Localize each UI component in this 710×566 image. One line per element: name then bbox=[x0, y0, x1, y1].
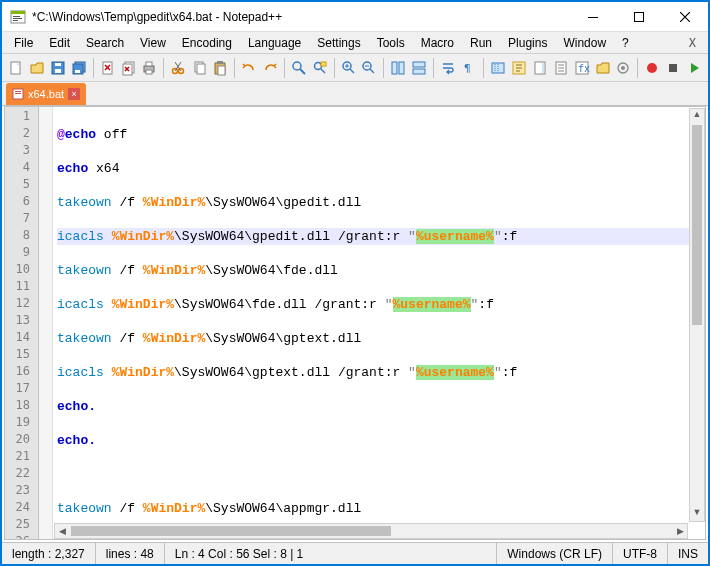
svg-rect-35 bbox=[413, 69, 425, 74]
scroll-thumb-h[interactable] bbox=[71, 526, 391, 536]
scroll-up-icon[interactable]: ▲ bbox=[690, 109, 704, 123]
folder-workspace-icon[interactable] bbox=[593, 57, 613, 79]
menu-tools[interactable]: Tools bbox=[369, 34, 413, 52]
print-icon[interactable] bbox=[140, 57, 160, 79]
minimize-button[interactable] bbox=[570, 2, 616, 31]
status-encoding[interactable]: UTF-8 bbox=[613, 543, 668, 564]
cut-icon[interactable] bbox=[168, 57, 188, 79]
sync-v-icon[interactable] bbox=[388, 57, 408, 79]
horizontal-scrollbar[interactable]: ◀ ▶ bbox=[54, 523, 688, 539]
doc-map-icon[interactable] bbox=[530, 57, 550, 79]
svg-rect-47 bbox=[669, 64, 677, 72]
line-number: 3 bbox=[5, 143, 38, 160]
user-lang-icon[interactable] bbox=[509, 57, 529, 79]
menu-run[interactable]: Run bbox=[462, 34, 500, 52]
svg-rect-18 bbox=[146, 62, 152, 66]
open-file-icon[interactable] bbox=[27, 57, 47, 79]
doc-list-icon[interactable] bbox=[551, 57, 571, 79]
find-icon[interactable] bbox=[289, 57, 309, 79]
save-all-icon[interactable] bbox=[69, 57, 89, 79]
vertical-scrollbar[interactable]: ▲ ▼ bbox=[689, 108, 705, 522]
status-position: Ln : 4 Col : 56 Sel : 8 | 1 bbox=[165, 543, 498, 564]
tab-close-icon[interactable]: × bbox=[68, 88, 80, 100]
tab-file-icon bbox=[12, 88, 24, 100]
monitoring-icon[interactable] bbox=[614, 57, 634, 79]
status-bar: length : 2,327 lines : 48 Ln : 4 Col : 5… bbox=[2, 542, 708, 564]
svg-point-27 bbox=[293, 62, 301, 70]
menu-view[interactable]: View bbox=[132, 34, 174, 52]
scroll-down-icon[interactable]: ▼ bbox=[690, 507, 704, 521]
line-number: 13 bbox=[5, 313, 38, 330]
zoom-in-icon[interactable] bbox=[339, 57, 359, 79]
menu-language[interactable]: Language bbox=[240, 34, 309, 52]
svg-point-45 bbox=[621, 66, 625, 70]
record-macro-icon[interactable] bbox=[642, 57, 662, 79]
function-list-icon[interactable]: fx bbox=[572, 57, 592, 79]
line-number: 8 bbox=[5, 228, 38, 245]
scroll-left-icon[interactable]: ◀ bbox=[55, 524, 69, 538]
line-number: 26 bbox=[5, 534, 38, 540]
menu-macro[interactable]: Macro bbox=[413, 34, 462, 52]
svg-text:fx: fx bbox=[578, 63, 590, 74]
menu-edit[interactable]: Edit bbox=[41, 34, 78, 52]
svg-rect-23 bbox=[197, 64, 205, 74]
indent-guide-icon[interactable] bbox=[488, 57, 508, 79]
sync-h-icon[interactable] bbox=[409, 57, 429, 79]
svg-rect-32 bbox=[392, 62, 397, 74]
line-number: 1 bbox=[5, 109, 38, 126]
zoom-out-icon[interactable] bbox=[360, 57, 380, 79]
svg-rect-19 bbox=[146, 70, 152, 74]
save-icon[interactable] bbox=[48, 57, 68, 79]
menu-file[interactable]: File bbox=[6, 34, 41, 52]
menu-encoding[interactable]: Encoding bbox=[174, 34, 240, 52]
svg-rect-4 bbox=[13, 20, 18, 21]
replace-icon[interactable] bbox=[310, 57, 330, 79]
svg-point-28 bbox=[314, 62, 321, 69]
undo-icon[interactable] bbox=[239, 57, 259, 79]
svg-rect-34 bbox=[413, 62, 425, 67]
line-number: 25 bbox=[5, 517, 38, 534]
code-area[interactable]: @echo off echo x64 takeown /f %WinDir%\S… bbox=[53, 107, 705, 539]
redo-icon[interactable] bbox=[260, 57, 280, 79]
svg-rect-29 bbox=[321, 62, 326, 66]
menu-window[interactable]: Window bbox=[555, 34, 614, 52]
maximize-button[interactable] bbox=[616, 2, 662, 31]
menu-plugins[interactable]: Plugins bbox=[500, 34, 555, 52]
status-eol[interactable]: Windows (CR LF) bbox=[497, 543, 613, 564]
app-icon bbox=[10, 9, 26, 25]
copy-icon[interactable] bbox=[189, 57, 209, 79]
line-number: 9 bbox=[5, 245, 38, 262]
svg-rect-50 bbox=[15, 93, 21, 94]
svg-rect-2 bbox=[13, 16, 20, 17]
scroll-right-icon[interactable]: ▶ bbox=[673, 524, 687, 538]
status-insert-mode[interactable]: INS bbox=[668, 543, 708, 564]
menu-settings[interactable]: Settings bbox=[309, 34, 368, 52]
line-number: 20 bbox=[5, 432, 38, 449]
new-file-icon[interactable] bbox=[6, 57, 26, 79]
menu-search[interactable]: Search bbox=[78, 34, 132, 52]
menu-help[interactable]: ? bbox=[614, 34, 637, 52]
close-button[interactable] bbox=[662, 2, 708, 31]
close-file-icon[interactable] bbox=[98, 57, 118, 79]
tab-active[interactable]: x64.bat × bbox=[6, 83, 86, 105]
wordwrap-icon[interactable] bbox=[438, 57, 458, 79]
play-macro-icon[interactable] bbox=[684, 57, 704, 79]
line-number: 7 bbox=[5, 211, 38, 228]
svg-rect-3 bbox=[13, 18, 22, 19]
line-number: 21 bbox=[5, 449, 38, 466]
line-number-gutter: 1 2 3 4 5 6 7 8 9 10 11 12 13 14 15 16 1… bbox=[5, 107, 39, 539]
scroll-thumb-v[interactable] bbox=[692, 125, 702, 325]
paste-icon[interactable] bbox=[210, 57, 230, 79]
line-number: 16 bbox=[5, 364, 38, 381]
window-title: *C:\Windows\Temp\gpedit\x64.bat - Notepa… bbox=[32, 10, 570, 24]
line-number: 6 bbox=[5, 194, 38, 211]
editor-area: 1 2 3 4 5 6 7 8 9 10 11 12 13 14 15 16 1… bbox=[4, 106, 706, 540]
close-all-icon[interactable] bbox=[119, 57, 139, 79]
line-number: 22 bbox=[5, 466, 38, 483]
svg-rect-26 bbox=[218, 66, 225, 75]
line-number: 2 bbox=[5, 126, 38, 143]
show-all-chars-icon[interactable]: ¶ bbox=[459, 57, 479, 79]
svg-text:¶: ¶ bbox=[464, 62, 471, 75]
stop-macro-icon[interactable] bbox=[663, 57, 683, 79]
menu-extra-x[interactable]: X bbox=[681, 34, 704, 52]
